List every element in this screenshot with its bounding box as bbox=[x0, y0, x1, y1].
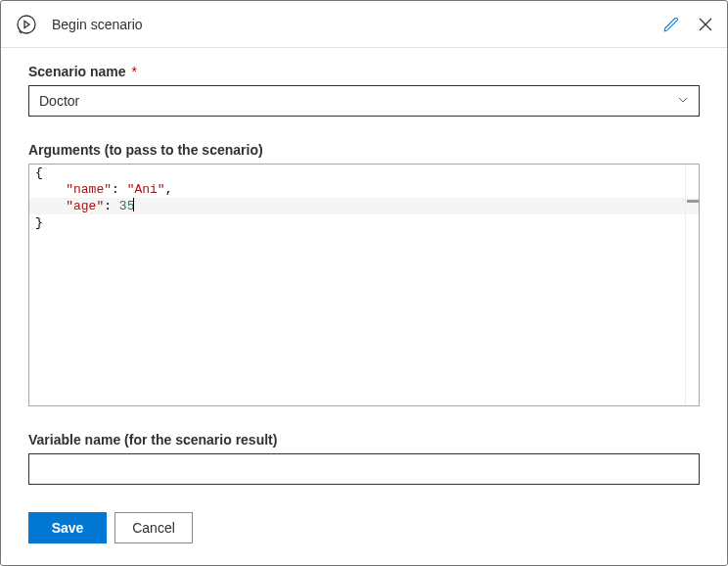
arguments-label: Arguments (to pass to the scenario) bbox=[28, 142, 700, 158]
code-token: } bbox=[35, 215, 43, 230]
overview-mark bbox=[687, 200, 699, 203]
scenario-name-label: Scenario name * bbox=[28, 64, 700, 79]
cancel-button[interactable]: Cancel bbox=[114, 512, 193, 543]
svg-point-0 bbox=[18, 16, 35, 33]
scenario-name-value: Doctor bbox=[39, 93, 79, 109]
scenario-name-label-text: Scenario name bbox=[28, 64, 126, 79]
code-comma: , bbox=[165, 182, 173, 197]
code-line-1: { bbox=[29, 165, 699, 181]
code-indent bbox=[35, 182, 66, 197]
save-button[interactable]: Save bbox=[28, 512, 107, 543]
code-indent bbox=[35, 199, 66, 213]
editor-overview-ruler bbox=[685, 165, 699, 405]
scenario-play-icon bbox=[15, 13, 38, 36]
required-asterisk: * bbox=[132, 64, 137, 79]
code-string: "Ani" bbox=[127, 182, 165, 197]
code-key: "age" bbox=[66, 199, 104, 213]
code-line-4: } bbox=[29, 214, 699, 231]
variable-name-label: Variable name (for the scenario result) bbox=[28, 432, 700, 448]
begin-scenario-panel: Begin scenario Scenario name * Doctor bbox=[0, 0, 728, 566]
code-number: 35 bbox=[119, 199, 135, 213]
code-line-2: "name": "Ani", bbox=[29, 181, 699, 198]
chevron-down-icon bbox=[677, 93, 689, 109]
code-token: { bbox=[35, 165, 43, 180]
code-key: "name" bbox=[66, 182, 112, 197]
code-sep: : bbox=[112, 182, 127, 197]
scenario-name-select[interactable]: Doctor bbox=[28, 85, 700, 117]
variable-name-input[interactable] bbox=[28, 453, 700, 485]
close-icon[interactable] bbox=[698, 17, 713, 32]
text-cursor bbox=[133, 198, 134, 212]
panel-header: Begin scenario bbox=[1, 1, 727, 48]
code-sep: : bbox=[104, 199, 119, 213]
edit-icon[interactable] bbox=[662, 16, 680, 33]
header-actions bbox=[662, 16, 713, 33]
panel-footer: Save Cancel bbox=[1, 495, 727, 565]
panel-title: Begin scenario bbox=[52, 17, 662, 32]
code-line-3: "age": 35 bbox=[29, 198, 699, 214]
arguments-editor[interactable]: { "name": "Ani", "age": 35 } bbox=[28, 164, 700, 406]
panel-body: Scenario name * Doctor Arguments (to pas… bbox=[1, 48, 727, 495]
